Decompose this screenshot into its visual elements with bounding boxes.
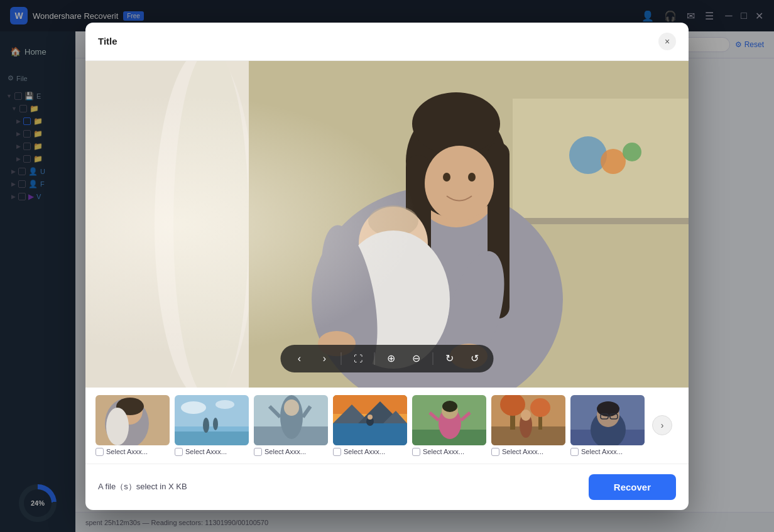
thumbnail-item-4: Select Axxx... [412, 395, 486, 456]
thumbnail-image-5[interactable] [491, 395, 565, 445]
modal-overlay: Title × [0, 0, 774, 532]
thumb-checkbox-1[interactable] [175, 448, 183, 456]
svg-point-43 [215, 400, 234, 409]
thumbnail-label-0: Select Axxx... [95, 448, 148, 456]
thumb-checkbox-0[interactable] [95, 448, 104, 456]
svg-rect-30 [85, 61, 689, 388]
thumbnail-label-6: Select Axxx... [570, 448, 623, 456]
thumbnail-label-3: Select Axxx... [333, 448, 385, 456]
thumb-name-5: Select Axxx... [502, 448, 543, 455]
thumbnail-item-3: Select Axxx... [333, 395, 407, 456]
svg-rect-85 [570, 395, 645, 445]
modal-close-button[interactable]: × [658, 33, 676, 50]
rotate-ccw-button[interactable]: ↺ [466, 350, 484, 367]
fullscreen-button[interactable]: ⛶ [349, 350, 367, 367]
svg-rect-57 [333, 423, 407, 445]
svg-rect-76 [491, 395, 565, 445]
zoom-in-button[interactable]: ⊕ [383, 350, 400, 367]
thumbnail-item-2: Select Axxx... [254, 395, 328, 456]
svg-rect-67 [412, 395, 486, 445]
thumb-checkbox-2[interactable] [254, 448, 262, 456]
thumbnail-label-1: Select Axxx... [175, 448, 227, 456]
thumb-name-1: Select Axxx... [185, 448, 227, 455]
main-image-svg [85, 61, 689, 388]
thumb-checkbox-5[interactable] [491, 448, 499, 456]
modal-title: Title [98, 36, 658, 46]
svg-rect-38 [175, 430, 249, 445]
zoom-out-button[interactable]: ⊖ [408, 350, 425, 367]
svg-point-42 [181, 401, 206, 414]
thumb-checkbox-4[interactable] [412, 448, 420, 456]
thumbnail-image-3[interactable] [333, 395, 407, 445]
thumbnail-label-2: Select Axxx... [254, 448, 306, 456]
thumbnail-label-5: Select Axxx... [491, 448, 543, 456]
modal-image-area: ‹ › ⛶ ⊕ ⊖ ↻ ↺ [85, 61, 689, 388]
thumb-checkbox-3[interactable] [333, 448, 341, 456]
footer-info-text: A file（s）select in X KB [98, 481, 589, 492]
thumb-name-2: Select Axxx... [264, 448, 306, 455]
thumbnail-image-2[interactable] [254, 395, 328, 445]
controls-divider-3 [433, 352, 433, 365]
thumbnail-image-1[interactable] [175, 395, 249, 445]
svg-rect-39 [175, 426, 249, 432]
image-controls: ‹ › ⛶ ⊕ ⊖ ↻ ↺ [281, 345, 494, 372]
thumbnail-item-1: Select Axxx... [175, 395, 249, 456]
thumbnail-image-4[interactable] [412, 395, 486, 445]
app-window: W Wondershare Recoverit Free 👤 🎧 ✉ ☰ ─ □… [0, 0, 774, 532]
thumbnail-label-4: Select Axxx... [412, 448, 464, 456]
svg-rect-36 [95, 395, 170, 445]
controls-divider-2 [374, 352, 375, 365]
thumbnail-item-0: Select Axxx... [95, 395, 170, 456]
thumb-checkbox-6[interactable] [570, 448, 579, 456]
controls-divider [341, 352, 342, 365]
modal-header: Title × [85, 23, 689, 61]
thumbnail-item-5: Select Axxx... [491, 395, 565, 456]
prev-button[interactable]: ‹ [291, 350, 308, 367]
rotate-cw-button[interactable]: ↻ [441, 350, 459, 367]
thumbnail-next-button[interactable]: › [652, 415, 672, 435]
thumbnail-item-6: Select Axxx... [570, 395, 645, 456]
svg-rect-50 [254, 395, 328, 445]
thumbnail-strip: Select Axxx... [85, 388, 689, 464]
thumb-name-3: Select Axxx... [344, 448, 385, 455]
svg-point-59 [368, 415, 373, 420]
preview-modal: Title × [85, 23, 689, 510]
recover-button[interactable]: Recover [589, 474, 676, 500]
thumb-name-6: Select Axxx... [581, 448, 623, 455]
svg-point-40 [203, 418, 209, 433]
modal-footer: A file（s）select in X KB Recover [85, 464, 689, 510]
thumb-name-0: Select Axxx... [106, 448, 148, 455]
thumb-name-4: Select Axxx... [423, 448, 464, 455]
next-button[interactable]: › [316, 350, 334, 367]
svg-point-41 [213, 418, 218, 430]
thumbnail-image-0[interactable] [95, 395, 170, 445]
thumbnail-image-6[interactable] [570, 395, 645, 445]
